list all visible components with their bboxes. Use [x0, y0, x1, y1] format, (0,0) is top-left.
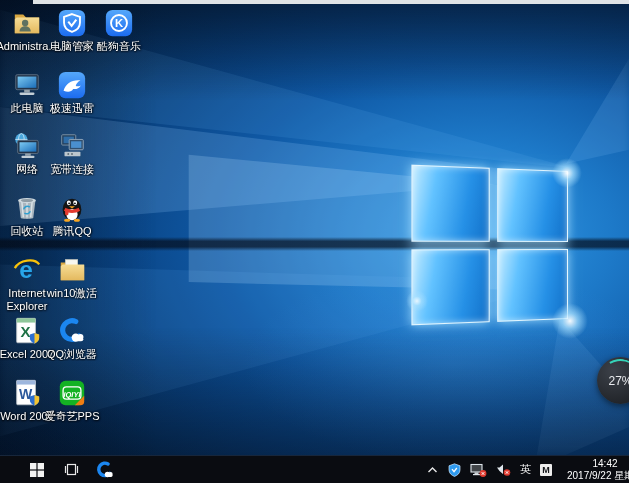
- recycle-bin-icon: [12, 193, 42, 223]
- icon-label: 爱奇艺PPS: [40, 410, 104, 423]
- icon-label: win10激活: [40, 287, 104, 300]
- icon-label: QQ浏览器: [40, 348, 104, 361]
- start-button[interactable]: [20, 456, 54, 483]
- top-edge-strip: [33, 0, 629, 4]
- qq-penguin-icon: [57, 193, 87, 223]
- windows-start-icon: [30, 463, 44, 477]
- shield-app-icon: [57, 8, 87, 38]
- taskbar-clock[interactable]: 14:42 2017/9/22 星期五: [567, 458, 629, 482]
- shield-icon: [448, 463, 461, 477]
- tray-network-status[interactable]: [470, 463, 487, 477]
- qq-browser-icon: [95, 460, 115, 480]
- desktop-icon-broadband[interactable]: 宽带连接: [40, 131, 104, 176]
- icon-label: 酷狗音乐: [87, 40, 151, 53]
- network-disconnected-icon: [470, 463, 487, 477]
- iqiyi-icon: iQIYI: [57, 378, 87, 408]
- icon-label: 腾讯QQ: [40, 225, 104, 238]
- svg-text:X: X: [21, 323, 31, 340]
- windows-desktop: Administra... 电脑管家 K 酷狗音乐 此电脑 极速迅: [0, 0, 629, 483]
- svg-text:K: K: [115, 17, 124, 29]
- thunder-bird-icon: [57, 70, 87, 100]
- icon-label: 宽带连接: [40, 163, 104, 176]
- taskbar: 英 M 14:42 2017/9/22 星期五: [0, 455, 629, 483]
- svg-text:iQIYI: iQIYI: [63, 390, 81, 399]
- internet-explorer-icon: e: [12, 255, 42, 285]
- clock-time: 14:42: [567, 458, 629, 470]
- word-icon: W: [12, 378, 42, 408]
- folder-icon: [57, 255, 87, 285]
- task-view-button[interactable]: [54, 456, 88, 483]
- tray-pc-manager[interactable]: [448, 463, 461, 477]
- acceleration-ball-value: 27%: [608, 374, 629, 388]
- taskbar-qq-browser[interactable]: [88, 456, 122, 483]
- desktop-icon-win10-activation[interactable]: win10激活: [40, 255, 104, 300]
- desktop-icon-qq[interactable]: 腾讯QQ: [40, 193, 104, 238]
- computer-icon: [12, 70, 42, 100]
- qq-browser-icon: [57, 316, 87, 346]
- desktop-icon-qq-browser[interactable]: QQ浏览器: [40, 316, 104, 361]
- icon-label: 极速迅雷: [40, 102, 104, 115]
- tray-language-indicator[interactable]: 英: [520, 462, 531, 477]
- tray-show-hidden-icons[interactable]: [426, 465, 439, 475]
- kugou-music-icon: K: [104, 8, 134, 38]
- tray-ime-indicator[interactable]: M: [540, 464, 552, 476]
- desktop-icon-kugou[interactable]: K 酷狗音乐: [87, 8, 151, 53]
- speaker-muted-icon: [496, 463, 511, 476]
- broadband-icon: [57, 131, 87, 161]
- clock-date: 2017/9/22 星期五: [567, 470, 629, 482]
- user-folder-icon: [12, 8, 42, 38]
- task-view-icon: [63, 463, 80, 476]
- desktop-icon-thunder[interactable]: 极速迅雷: [40, 70, 104, 115]
- network-globe-icon: [12, 131, 42, 161]
- system-tray: 英 M 14:42 2017/9/22 星期五: [426, 458, 629, 482]
- tray-volume-muted[interactable]: [496, 463, 511, 476]
- chevron-up-icon: [426, 465, 439, 475]
- excel-icon: X: [12, 316, 42, 346]
- desktop-icon-iqiyi[interactable]: iQIYI 爱奇艺PPS: [40, 378, 104, 423]
